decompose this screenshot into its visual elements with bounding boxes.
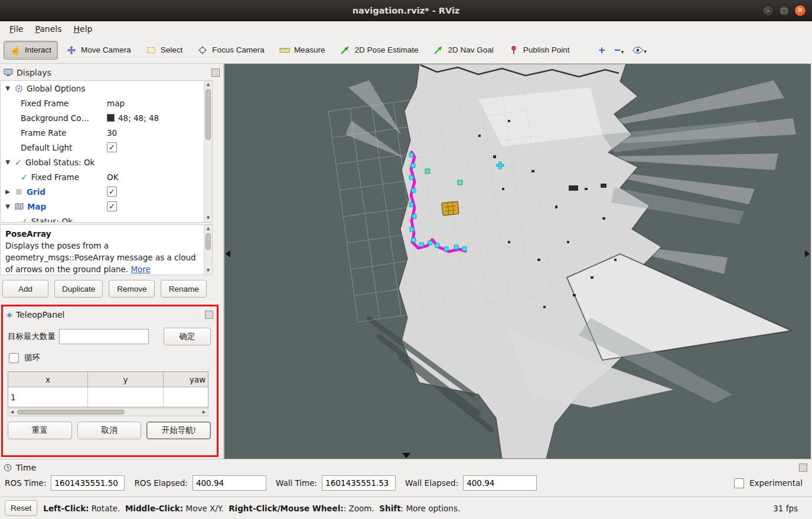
cell-y[interactable] <box>88 387 164 407</box>
fixed-frame-value[interactable]: map <box>107 99 125 108</box>
wall-elapsed-input[interactable] <box>463 475 537 491</box>
menu-panels[interactable]: Panels <box>29 22 67 35</box>
eye-icon <box>632 47 643 54</box>
tree-row-map[interactable]: ▼ Map <box>1 199 212 214</box>
maximize-button[interactable]: ▢ <box>778 5 790 17</box>
interact-hand-icon: ☝ <box>10 45 21 55</box>
title-bar: navigation.rviz* - RViz – ▢ ✕ <box>0 0 812 21</box>
tree-row-default-light[interactable]: Default Light <box>1 140 212 155</box>
cancel-button[interactable]: 取消 <box>77 422 142 439</box>
scroll-down-icon[interactable]: ▼ <box>204 267 212 275</box>
scroll-up-icon[interactable]: ▲ <box>204 225 212 233</box>
tree-row-global-options[interactable]: ▼ Global Options <box>1 81 212 96</box>
teleop-panel-header: ◈ TeleopPanel <box>3 306 217 321</box>
background-color-value[interactable]: 48; 48; 48 <box>118 113 159 123</box>
displays-monitor-icon <box>4 68 13 77</box>
minus-icon: − <box>614 46 621 54</box>
duplicate-display-button[interactable]: Duplicate <box>54 280 103 298</box>
frame-rate-value[interactable]: 30 <box>107 128 117 138</box>
close-button[interactable]: ✕ <box>794 5 806 17</box>
scroll-right-icon[interactable]: ▶ <box>200 409 208 416</box>
ros-time-input[interactable] <box>51 475 125 491</box>
status-bar: Reset Left-Click: Rotate. Middle-Click: … <box>0 497 812 519</box>
goal-table-row[interactable]: 1 <box>8 387 208 407</box>
add-display-button[interactable]: Add <box>2 280 48 298</box>
scrollbar-thumb[interactable] <box>17 410 125 414</box>
tree-row-map-status[interactable]: ✓ Status: Ok <box>1 214 212 223</box>
goal-count-input[interactable] <box>59 329 149 344</box>
left-panel-column: Displays ▼ Global Options Fixed Frame ma… <box>0 64 224 459</box>
background-color-swatch[interactable] <box>107 114 115 122</box>
tool-2d-pose-estimate[interactable]: 2D Pose Estimate <box>333 41 425 60</box>
chevron-down-icon[interactable]: ▼ <box>4 203 11 210</box>
description-scrollbar[interactable]: ▲ ▼ <box>204 225 212 275</box>
chevron-down-icon[interactable]: ▼ <box>4 159 11 165</box>
column-header-x[interactable]: x <box>8 372 88 387</box>
column-header-yaw[interactable]: yaw <box>164 372 208 387</box>
display-actions-row: Add Duplicate Remove Rename <box>2 280 222 299</box>
chevron-right-icon[interactable]: ▶ <box>4 188 11 195</box>
tree-row-fixed-frame-status[interactable]: ✓ Fixed Frame OK <box>1 169 212 184</box>
tool-select[interactable]: Select <box>139 41 190 60</box>
row-number-cell[interactable]: 1 <box>8 387 88 407</box>
experimental-group: Experimental <box>734 478 807 488</box>
tree-row-fixed-frame[interactable]: Fixed Frame map <box>1 96 212 110</box>
remove-tool-button[interactable]: − ▾ <box>611 44 628 57</box>
reset-button[interactable]: Reset <box>5 500 37 516</box>
displays-float-button[interactable] <box>211 68 220 77</box>
remove-display-button[interactable]: Remove <box>109 280 155 298</box>
default-light-checkbox[interactable] <box>107 142 117 152</box>
time-float-button[interactable] <box>799 463 807 472</box>
loop-checkbox[interactable] <box>9 353 19 363</box>
rviz-window: navigation.rviz* - RViz – ▢ ✕ File Panel… <box>0 0 812 519</box>
menu-file[interactable]: File <box>4 22 29 35</box>
teleop-float-button[interactable] <box>205 311 213 319</box>
scrollbar-thumb[interactable] <box>206 89 211 140</box>
tree-row-global-status[interactable]: ▼ ✓ Global Status: Ok <box>1 155 212 169</box>
grid-enabled-checkbox[interactable] <box>107 187 117 197</box>
pose-estimate-arrow-icon <box>340 45 350 55</box>
displays-tree-scrollbar[interactable]: ▲ ▼ <box>204 81 212 222</box>
scroll-down-icon[interactable]: ▼ <box>204 214 212 222</box>
time-panel: Time ROS Time: ROS Elapsed: Wall Time: W… <box>0 459 812 497</box>
ros-time-label: ROS Time: <box>5 478 46 488</box>
visibility-tool-button[interactable]: ▾ <box>629 44 650 56</box>
render-viewport[interactable] <box>224 64 811 459</box>
cell-yaw[interactable] <box>164 387 208 407</box>
minimize-button[interactable]: – <box>762 5 774 17</box>
gear-icon <box>15 84 23 93</box>
tool-interact[interactable]: ☝ Interact <box>4 41 58 60</box>
status-ok-check-icon: ✓ <box>21 172 28 182</box>
column-header-y[interactable]: y <box>88 372 164 387</box>
tree-row-background-color[interactable]: Background Co… 48; 48; 48 <box>1 110 212 125</box>
scroll-left-icon[interactable]: ◀ <box>8 409 16 416</box>
map-enabled-checkbox[interactable] <box>107 201 117 211</box>
map-icon <box>15 203 24 210</box>
plus-icon: + <box>599 46 605 54</box>
tool-focus-camera[interactable]: Focus Camera <box>191 41 271 60</box>
confirm-button[interactable]: 确定 <box>164 328 211 345</box>
move-camera-icon <box>66 45 77 55</box>
goal-count-row: 目标最大数量 确定 <box>8 328 211 345</box>
menu-help[interactable]: Help <box>68 22 99 35</box>
displays-panel-header: Displays <box>0 64 223 79</box>
tool-move-camera[interactable]: Move Camera <box>60 41 138 60</box>
reset-goals-button[interactable]: 重置 <box>8 422 72 439</box>
tool-measure[interactable]: Measure <box>273 41 332 60</box>
tool-2d-nav-goal[interactable]: 2D Nav Goal <box>426 41 500 60</box>
ros-elapsed-input[interactable] <box>193 475 266 491</box>
chevron-down-icon[interactable]: ▼ <box>4 85 11 92</box>
rename-display-button[interactable]: Rename <box>161 280 207 298</box>
scrollbar-thumb[interactable] <box>206 233 211 250</box>
time-panel-header: Time <box>0 459 812 474</box>
wall-time-input[interactable] <box>322 475 396 491</box>
tree-row-grid[interactable]: ▶ Grid <box>1 184 212 199</box>
tool-publish-point[interactable]: Publish Point <box>502 41 576 60</box>
experimental-checkbox[interactable] <box>734 478 744 488</box>
start-navigation-button[interactable]: 开始导航! <box>146 422 211 439</box>
tree-row-frame-rate[interactable]: Frame Rate 30 <box>1 125 212 140</box>
scroll-up-icon[interactable]: ▲ <box>204 81 212 89</box>
add-tool-button[interactable]: + <box>595 44 609 57</box>
goal-table-hscrollbar[interactable]: ◀ ▶ <box>8 408 208 416</box>
nav-goal-arrow-icon <box>433 45 443 55</box>
